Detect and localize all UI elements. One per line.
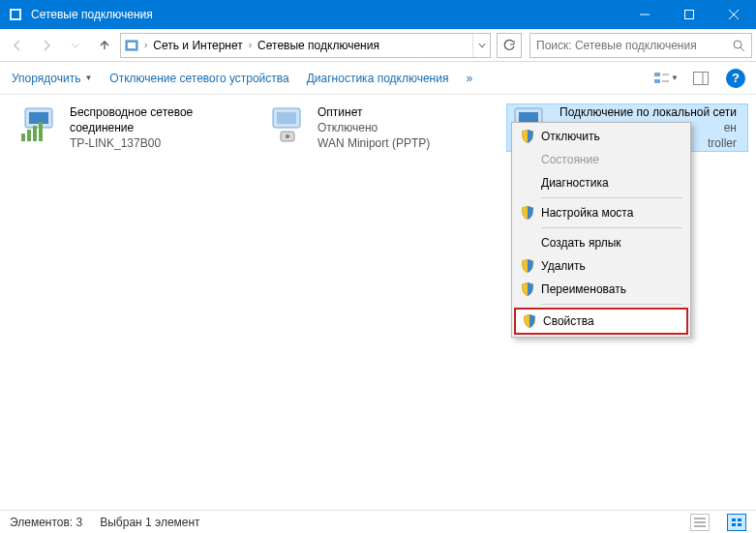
svg-rect-31 <box>732 518 736 521</box>
disable-device-button[interactable]: Отключение сетевого устройства <box>106 70 292 87</box>
content-area: Беспроводное сетевое соединение TP-LINK_… <box>0 95 756 510</box>
svg-rect-23 <box>277 112 296 124</box>
command-bar: Упорядочить▼ Отключение сетевого устройс… <box>0 62 756 95</box>
menu-label: Создать ярлык <box>541 236 621 250</box>
preview-pane-button[interactable] <box>688 66 713 91</box>
connection-name: Оптинет <box>318 104 430 120</box>
shield-icon <box>520 130 535 143</box>
organize-label: Упорядочить <box>12 72 80 85</box>
wan-adapter-icon <box>265 104 312 147</box>
menu-item-bridge[interactable]: Настройка моста <box>514 201 688 224</box>
search-input[interactable] <box>530 39 726 52</box>
menu-label: Настройка моста <box>541 206 633 220</box>
window-title: Сетевые подключения <box>31 8 622 21</box>
item-count: Элементов: 3 <box>10 516 82 529</box>
details-view-button[interactable] <box>690 514 710 531</box>
chevron-down-icon: ▼ <box>84 74 92 82</box>
connection-device: TP-LINK_137B00 <box>70 135 193 151</box>
breadcrumb-segment-1[interactable]: Сеть и Интернет <box>149 34 246 57</box>
svg-rect-33 <box>732 523 736 526</box>
menu-item-shortcut[interactable]: Создать ярлык <box>514 231 688 254</box>
menu-separator <box>541 304 682 305</box>
address-dropdown-button[interactable] <box>472 34 490 57</box>
menu-label: Диагностика <box>541 176 609 190</box>
menu-label: Переименовать <box>541 282 626 296</box>
menu-label: Отключить <box>541 130 600 143</box>
menu-item-properties[interactable]: Свойства <box>516 310 686 333</box>
menu-item-disable[interactable]: Отключить <box>514 125 688 148</box>
svg-rect-19 <box>27 130 31 141</box>
connection-item-optinet[interactable]: Оптинет Отключено WAN Miniport (PPTP) <box>265 104 498 151</box>
connection-device: WAN Miniport (PPTP) <box>318 135 430 151</box>
svg-rect-11 <box>654 79 660 83</box>
svg-rect-3 <box>685 11 694 19</box>
view-options-button[interactable]: ▼ <box>653 66 679 91</box>
help-icon: ? <box>726 69 745 88</box>
diagnose-label: Диагностика подключения <box>307 72 449 85</box>
menu-separator <box>541 227 682 228</box>
navigation-bar: › Сеть и Интернет › Сетевые подключения <box>0 29 756 62</box>
svg-rect-10 <box>654 73 660 76</box>
shield-icon <box>522 314 537 328</box>
title-bar: Сетевые подключения <box>0 0 756 29</box>
shield-icon <box>520 282 535 296</box>
svg-rect-1 <box>12 11 19 18</box>
breadcrumb-segment-2[interactable]: Сетевые подключения <box>254 34 383 57</box>
back-button[interactable] <box>4 33 31 58</box>
svg-rect-20 <box>33 126 37 141</box>
svg-line-9 <box>741 47 744 51</box>
chevron-right-icon[interactable]: › <box>247 40 254 50</box>
minimize-button[interactable] <box>622 0 667 29</box>
menu-item-diagnostics[interactable]: Диагностика <box>514 171 688 194</box>
connection-status: Отключено <box>318 120 430 135</box>
refresh-button[interactable] <box>497 33 522 58</box>
shield-icon <box>520 206 535 220</box>
connection-name-2: соединение <box>70 120 193 135</box>
connection-name: Беспроводное сетевое <box>70 104 193 120</box>
maximize-button[interactable] <box>667 0 711 29</box>
menu-item-status: Состояние <box>514 148 688 171</box>
help-button[interactable]: ? <box>723 66 748 91</box>
large-icons-view-button[interactable] <box>727 514 746 531</box>
wifi-adapter-icon <box>17 104 64 147</box>
connection-name: Подключение по локальной сети <box>559 104 737 120</box>
recent-locations-button[interactable] <box>62 33 89 58</box>
svg-rect-34 <box>738 523 741 526</box>
shield-icon <box>520 259 535 273</box>
diagnose-button[interactable]: Диагностика подключения <box>303 70 453 87</box>
organize-menu[interactable]: Упорядочить▼ <box>8 70 96 87</box>
svg-rect-18 <box>21 133 25 141</box>
window-controls <box>622 0 756 29</box>
svg-point-8 <box>734 41 741 48</box>
menu-label: Удалить <box>541 259 586 273</box>
chevron-down-icon: ▼ <box>671 74 679 82</box>
svg-rect-14 <box>694 72 709 84</box>
selection-count: Выбран 1 элемент <box>100 516 199 529</box>
connection-item-wireless[interactable]: Беспроводное сетевое соединение TP-LINK_… <box>17 104 250 151</box>
menu-item-rename[interactable]: Переименовать <box>514 278 688 301</box>
svg-rect-21 <box>39 122 43 141</box>
search-icon[interactable] <box>726 39 751 52</box>
menu-item-delete[interactable]: Удалить <box>514 254 688 278</box>
forward-button[interactable] <box>33 33 60 58</box>
context-menu: Отключить Состояние Диагностика Настройк… <box>511 122 691 338</box>
menu-separator <box>541 197 682 198</box>
svg-rect-32 <box>738 518 741 521</box>
search-box[interactable] <box>529 33 752 58</box>
highlighted-region: Свойства <box>514 308 688 335</box>
overflow-label: » <box>466 72 472 85</box>
menu-label: Состояние <box>541 153 599 166</box>
close-button[interactable] <box>711 0 756 29</box>
chevron-right-icon[interactable]: › <box>142 40 149 50</box>
location-icon <box>121 38 142 53</box>
app-icon <box>8 7 23 22</box>
menu-label: Свойства <box>543 314 594 328</box>
overflow-button[interactable]: » <box>462 70 476 87</box>
svg-rect-7 <box>128 43 136 48</box>
svg-point-25 <box>286 134 289 138</box>
disable-label: Отключение сетевого устройства <box>109 72 288 85</box>
up-button[interactable] <box>91 33 118 58</box>
address-bar[interactable]: › Сеть и Интернет › Сетевые подключения <box>120 33 491 58</box>
status-bar: Элементов: 3 Выбран 1 элемент <box>0 510 756 533</box>
